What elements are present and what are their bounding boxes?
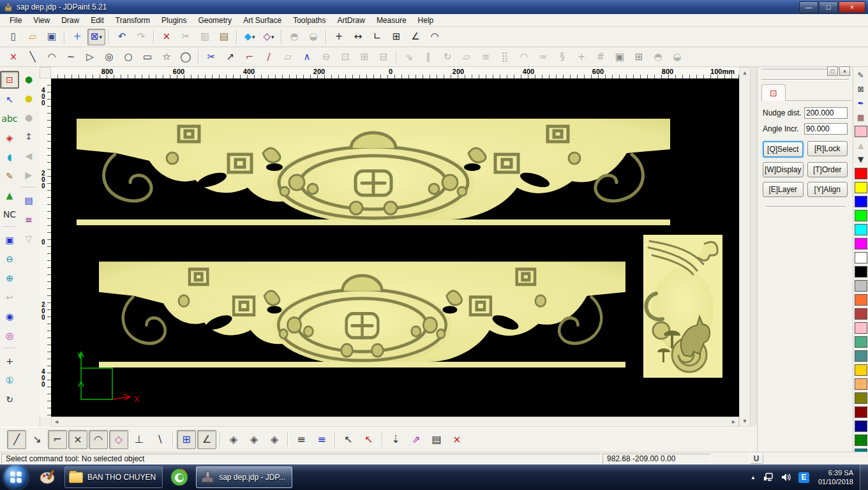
view-all[interactable]: ◉	[1, 308, 19, 325]
circle-tool[interactable]: ◎	[100, 48, 118, 65]
y-align-button[interactable]: [Y]Align	[807, 182, 848, 197]
polygon-tool[interactable]: ▷	[81, 48, 99, 65]
menu-draw[interactable]: Draw	[56, 15, 85, 26]
drawing-canvas[interactable]: Y X	[51, 78, 739, 417]
fillet-tool[interactable]: ⌐	[241, 48, 258, 65]
swatch-olive[interactable]	[855, 392, 867, 404]
artbrush-tool[interactable]: ✎	[1, 168, 19, 184]
mirror-corner-tool[interactable]: ∧	[298, 48, 316, 65]
snap-stack-bottom[interactable]: ≡	[292, 430, 311, 449]
zoom-ratio[interactable]: ①	[1, 372, 19, 389]
input-language-icon[interactable]: E	[798, 472, 809, 483]
refresh-view[interactable]: ↻	[1, 391, 19, 408]
minimize-button[interactable]: —	[799, 1, 818, 13]
prev-step[interactable]: ◀	[20, 147, 38, 164]
measure-box[interactable]: ⊞	[387, 29, 405, 45]
menu-geometry[interactable]: Geometry	[192, 15, 237, 26]
snap-clear-all[interactable]: ×	[447, 430, 467, 449]
palette-down[interactable]: ▼	[854, 153, 868, 166]
array-transform[interactable]: ⣿	[496, 48, 514, 65]
scroll-right-arrow[interactable]: ►	[731, 419, 737, 425]
workplane-xy[interactable]: ◈	[224, 430, 243, 449]
swap-layer[interactable]: ↕	[20, 128, 38, 145]
rectangle-tool[interactable]: ▭	[138, 48, 156, 65]
snap-quadrant[interactable]: ◇	[109, 430, 128, 449]
edit-palette[interactable]: ▦	[854, 111, 868, 124]
point-tool[interactable]: ×	[4, 48, 22, 65]
relief-panel-top[interactable]	[77, 119, 670, 226]
measure-point[interactable]: +	[330, 29, 348, 45]
dome-tool-a2[interactable]: ◓	[649, 48, 667, 65]
dome-tool-b2[interactable]: ◒	[668, 48, 686, 65]
jdpaint-task-button[interactable]: sap dep.jdp - JDP...	[196, 466, 292, 488]
swatch-brick[interactable]	[855, 308, 867, 320]
snap-corner[interactable]: ⌐	[48, 430, 67, 449]
swatch-pink[interactable]	[855, 322, 867, 334]
filter-tool[interactable]: ▽	[20, 230, 38, 247]
swatch-maroon[interactable]	[855, 406, 867, 418]
swatch-darkgreen[interactable]	[855, 434, 867, 446]
copy[interactable]: ▥	[196, 29, 214, 45]
coccoc-taskbar-icon[interactable]	[168, 466, 190, 488]
wireframe-view[interactable]: ◇▾	[260, 29, 278, 45]
measure-angle[interactable]: ∠	[407, 29, 424, 45]
grid-deform[interactable]: #	[592, 48, 610, 65]
swatch-blue[interactable]	[855, 196, 867, 207]
volume-icon[interactable]	[781, 473, 791, 482]
text-tool[interactable]: abc	[1, 110, 19, 127]
q-select-button[interactable]: [Q]Select	[763, 141, 804, 158]
copy-group[interactable]: ⊞	[630, 48, 648, 65]
menu-help[interactable]: Help	[412, 15, 440, 26]
pen-color-tool[interactable]: ✎	[854, 69, 868, 82]
snap-nearest[interactable]: ↘	[27, 430, 47, 449]
swatch-magenta[interactable]	[855, 238, 867, 249]
frame-color-tool[interactable]: ⊠	[854, 83, 868, 96]
pick-color-tool[interactable]: ✒	[854, 97, 868, 110]
swatch-orange[interactable]	[855, 294, 867, 306]
dome-tool-a[interactable]: ◓	[285, 29, 303, 45]
t-order-button[interactable]: [T]Order	[807, 162, 848, 177]
measure-distance[interactable]: ↔	[349, 29, 367, 45]
previous-view[interactable]: ↩	[1, 289, 19, 306]
scale-transform[interactable]: ⇘	[400, 48, 418, 65]
chamfer-tool[interactable]: ∕	[260, 48, 278, 65]
line-style-manager[interactable]: ≡	[20, 211, 38, 228]
next-step[interactable]: ▶	[20, 167, 38, 183]
swatch-seagreen[interactable]	[855, 336, 867, 348]
panel-grip[interactable]: □ ×	[761, 69, 849, 80]
swatch-tan[interactable]	[855, 378, 867, 390]
zoom-out[interactable]: ⊖	[1, 251, 19, 267]
select-frame-dropdown[interactable]: ▾	[100, 34, 103, 40]
cross-array[interactable]: +	[572, 48, 590, 65]
menu-artdraw[interactable]: ArtDraw	[332, 15, 371, 26]
swatch-navy[interactable]	[855, 420, 867, 432]
pick-snap-point[interactable]: ↖	[339, 430, 358, 449]
paste[interactable]: ▤	[215, 29, 233, 45]
dome-tool-b[interactable]: ◒	[304, 29, 322, 45]
menu-edit[interactable]: Edit	[85, 15, 110, 26]
star-tool[interactable]: ☆	[158, 48, 176, 65]
arc-deform[interactable]: ◠	[515, 48, 533, 65]
snap-perpendicular[interactable]: ⊥	[130, 430, 149, 449]
menu-transform[interactable]: Transform	[110, 15, 156, 26]
concentric-tool[interactable]: ⊡	[336, 48, 354, 65]
show-current-layer[interactable]: ●	[20, 90, 38, 107]
workplane-yz[interactable]: ◈	[244, 430, 264, 449]
stack-transform[interactable]: ≡	[477, 48, 495, 65]
start-button[interactable]	[4, 465, 28, 489]
close-button[interactable]: ×	[839, 1, 865, 13]
open-folder[interactable]: ▱	[24, 29, 41, 45]
spiral-deform[interactable]: §	[553, 48, 571, 65]
menu-plugins[interactable]: Plugins	[156, 15, 192, 26]
snap-project[interactable]: ⇣	[386, 430, 405, 449]
fill-tool[interactable]: ◖	[1, 149, 19, 165]
e-layer-button[interactable]: [E]Layer	[763, 182, 804, 197]
relief-panel-side[interactable]	[643, 235, 722, 378]
snap-axis[interactable]: ∠	[197, 430, 216, 449]
slot-tool[interactable]: ⊖	[317, 48, 335, 65]
angle-incr-input[interactable]	[804, 123, 848, 135]
line-tool[interactable]: ╲	[24, 48, 41, 65]
extend-tool[interactable]: ↗	[221, 48, 239, 65]
shear-transform[interactable]: ▱	[458, 48, 475, 65]
shaded-view[interactable]: ◆▾	[241, 29, 258, 45]
